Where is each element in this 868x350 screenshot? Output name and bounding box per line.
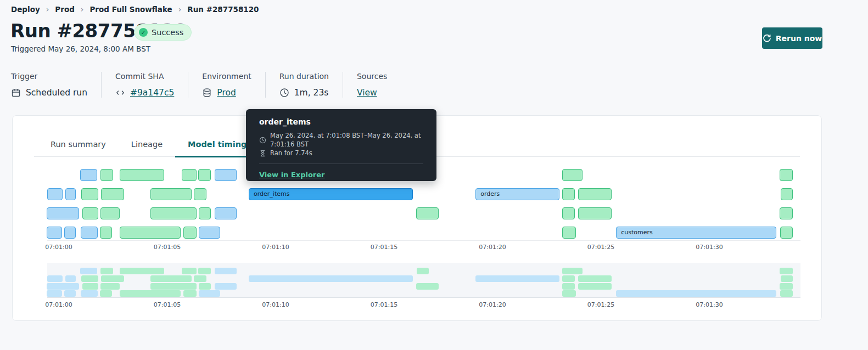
timing-bar[interactable]	[150, 188, 192, 200]
timing-bar[interactable]	[82, 207, 98, 219]
timing-bar[interactable]	[47, 227, 62, 239]
timing-bar[interactable]	[562, 207, 575, 219]
timing-bar[interactable]	[578, 207, 612, 219]
timing-bar[interactable]	[215, 169, 237, 181]
axis-tick: 07:01:05	[148, 301, 187, 308]
tooltip-duration: Ran for 7.74s	[270, 149, 312, 157]
minimap-bar	[47, 283, 79, 290]
minimap-bar	[47, 290, 62, 297]
timing-bar[interactable]	[120, 227, 181, 239]
timing-bar[interactable]	[100, 227, 112, 239]
timing-bar[interactable]	[182, 169, 197, 181]
timing-bar[interactable]	[81, 188, 98, 200]
status-badge: ✓ Success	[134, 24, 192, 41]
timing-bar[interactable]	[101, 188, 124, 200]
axis-tick: 07:01:30	[690, 301, 729, 308]
timing-bar[interactable]	[183, 227, 197, 239]
timing-bar-label: customers	[617, 227, 776, 238]
minimap-bars[interactable]	[47, 263, 800, 298]
axis-tick: 07:01:30	[690, 244, 729, 251]
chevron-separator-icon: ›	[46, 5, 49, 14]
minimap-bar	[182, 268, 197, 274]
timing-bar[interactable]	[64, 227, 76, 239]
breadcrumb-prod[interactable]: Prod	[55, 5, 75, 14]
tab-lineage[interactable]: Lineage	[119, 140, 175, 157]
timing-bar-label: order_items	[249, 189, 412, 200]
axis-tick: 07:01:20	[473, 244, 512, 251]
chevron-separator-icon: ›	[81, 5, 84, 14]
timing-bar[interactable]	[150, 207, 197, 219]
minimap-bar	[150, 275, 192, 282]
commit-sha-link[interactable]: #9a147c5	[130, 88, 174, 98]
minimap-bar	[215, 268, 237, 274]
run-meta-row: Trigger Scheduled run Commit SHA #9a147c…	[11, 72, 401, 98]
duration-value: 1m, 23s	[294, 88, 329, 98]
timing-bar-orders[interactable]: orders	[475, 188, 559, 200]
minimap-bar	[578, 275, 612, 282]
meta-label: Trigger	[11, 72, 87, 81]
tooltip-divider	[259, 163, 423, 164]
timing-bar[interactable]	[100, 169, 113, 181]
calendar-icon	[11, 88, 21, 98]
axis-tick: 07:01:10	[256, 244, 295, 251]
timing-bar[interactable]	[215, 207, 237, 219]
axis-tick: 07:01:10	[256, 301, 295, 308]
timing-bar[interactable]	[578, 188, 612, 200]
timing-bar[interactable]	[81, 227, 98, 239]
minimap-bar	[562, 283, 575, 290]
chevron-separator-icon: ›	[178, 5, 182, 14]
timing-bar[interactable]	[562, 188, 575, 200]
minimap-bar	[249, 275, 413, 282]
timing-bar[interactable]	[47, 207, 79, 219]
minimap-bar	[101, 275, 124, 282]
timing-bar[interactable]	[416, 207, 439, 219]
timing-bar[interactable]	[780, 227, 793, 239]
breadcrumb-job[interactable]: Prod Full Snowflake	[89, 5, 172, 14]
timing-bar[interactable]	[47, 188, 63, 200]
timing-bar[interactable]	[199, 207, 211, 219]
timing-bar[interactable]	[80, 169, 97, 181]
minimap-bar	[100, 290, 112, 297]
minimap-bar	[578, 283, 612, 290]
sources-view-link[interactable]: View	[357, 88, 377, 98]
environment-link[interactable]: Prod	[217, 88, 236, 98]
minimap-bar	[150, 283, 197, 290]
timing-bar-order_items[interactable]: order_items	[249, 188, 413, 200]
minimap-bar	[780, 283, 793, 290]
timing-bar[interactable]	[65, 188, 76, 200]
timing-bar[interactable]	[198, 169, 211, 181]
timing-bar[interactable]	[780, 169, 793, 181]
timing-bar-label: orders	[476, 189, 559, 200]
meta-label: Environment	[202, 72, 251, 81]
timing-bar[interactable]	[194, 188, 206, 200]
meta-duration: Run duration 1m, 23s	[265, 72, 343, 98]
timing-bar[interactable]	[781, 188, 793, 200]
timing-bar-customers[interactable]: customers	[616, 227, 776, 239]
axis-tick: 07:01:15	[365, 301, 404, 308]
minimap-bar	[199, 283, 211, 290]
model-tooltip: order_items May 26, 2024, at 7:01:08 BST…	[246, 109, 436, 181]
rerun-now-button[interactable]: Rerun now	[762, 27, 822, 49]
timing-bar[interactable]	[120, 169, 164, 181]
timing-bar[interactable]	[199, 227, 220, 239]
minimap-bar	[199, 290, 220, 297]
database-icon	[202, 88, 212, 98]
tab-run-summary[interactable]: Run summary	[38, 140, 119, 157]
minimap-bar	[416, 283, 439, 290]
minimap-bar	[781, 275, 793, 282]
minimap-bar	[780, 290, 793, 297]
trigger-value: Scheduled run	[26, 88, 87, 98]
timing-bar[interactable]	[780, 207, 793, 219]
minimap-bar	[100, 283, 120, 290]
meta-environment: Environment Prod	[188, 72, 265, 98]
timing-bar[interactable]	[100, 207, 120, 219]
minimap-bar	[562, 290, 576, 297]
success-check-icon: ✓	[139, 28, 148, 37]
timing-bar[interactable]	[562, 227, 576, 239]
minimap-bar	[194, 275, 206, 282]
view-in-explorer-link[interactable]: View in Explorer	[259, 171, 324, 179]
timing-bar[interactable]	[562, 169, 583, 181]
rerun-now-label: Rerun now	[776, 34, 822, 43]
breadcrumb-deploy[interactable]: Deploy	[11, 5, 40, 14]
minimap-bar	[120, 268, 164, 274]
